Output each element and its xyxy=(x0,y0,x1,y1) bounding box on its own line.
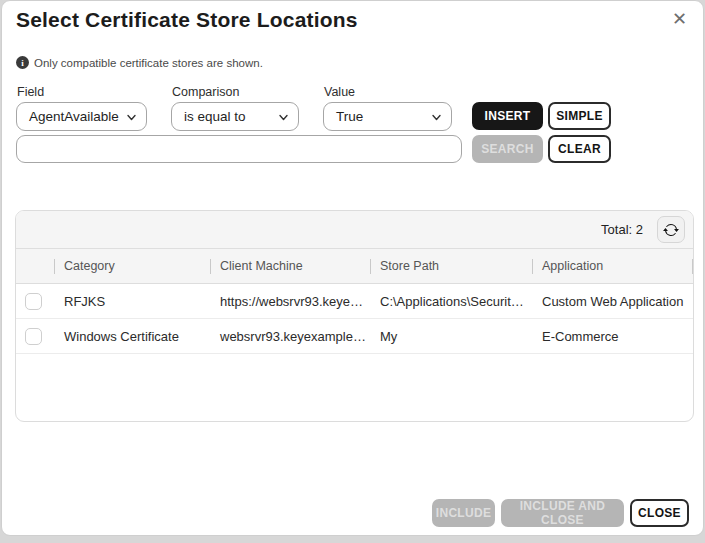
comparison-select-value: is equal to xyxy=(184,109,246,124)
comparison-label: Comparison xyxy=(172,85,239,99)
cell-store-path: C:\Applications\Securit… xyxy=(371,284,533,318)
table-row: Windows Certificate websrvr93.keyexample… xyxy=(16,319,693,354)
table-toolbar: Total: 2 xyxy=(16,211,693,249)
info-row: i Only compatible certificate stores are… xyxy=(16,56,263,69)
cell-store-path: My xyxy=(371,319,533,353)
refresh-button[interactable] xyxy=(657,216,685,243)
dialog-footer: INCLUDE INCLUDE AND CLOSE CLOSE xyxy=(432,499,689,527)
cell-client-machine: websrvr93.keyexample… xyxy=(211,319,371,353)
table-row: RFJKS https://websrvr93.keye… C:\Applica… xyxy=(16,284,693,319)
select-certificate-store-dialog: Select Certificate Store Locations ✕ i O… xyxy=(1,0,704,536)
column-header-client-machine[interactable]: Client Machine xyxy=(211,249,371,283)
cell-category: RFJKS xyxy=(55,284,211,318)
include-button[interactable]: INCLUDE xyxy=(432,499,495,527)
query-input[interactable] xyxy=(16,135,462,163)
value-select-value: True xyxy=(336,109,363,124)
row-checkbox[interactable] xyxy=(25,293,42,310)
info-text: Only compatible certificate stores are s… xyxy=(34,57,263,69)
cell-application: Custom Web Application xyxy=(533,284,693,318)
chevron-down-icon xyxy=(278,112,289,123)
field-select-value: AgentAvailable xyxy=(29,109,119,124)
field-select[interactable]: AgentAvailable xyxy=(16,102,147,131)
value-label: Value xyxy=(324,85,355,99)
field-label: Field xyxy=(17,85,44,99)
column-header-application[interactable]: Application xyxy=(533,249,693,283)
search-button[interactable]: SEARCH xyxy=(472,135,543,163)
include-and-close-button[interactable]: INCLUDE AND CLOSE xyxy=(501,499,624,527)
arrow-repeat-icon xyxy=(663,222,679,238)
simple-button[interactable]: SIMPLE xyxy=(548,102,611,130)
clear-button[interactable]: CLEAR xyxy=(548,135,611,163)
insert-button[interactable]: INSERT xyxy=(472,102,543,130)
filter-bar: Field AgentAvailable Comparison is equal… xyxy=(16,85,693,163)
chevron-down-icon xyxy=(126,112,137,123)
column-header-category[interactable]: Category xyxy=(55,249,211,283)
row-checkbox[interactable] xyxy=(25,328,42,345)
header-checkbox-spacer xyxy=(16,249,55,283)
chevron-down-icon xyxy=(431,112,442,123)
value-select[interactable]: True xyxy=(323,102,452,131)
cell-client-machine: https://websrvr93.keye… xyxy=(211,284,371,318)
results-table: Total: 2 Category Client Machine Store P… xyxy=(15,210,694,422)
total-count: Total: 2 xyxy=(601,222,643,237)
comparison-select[interactable]: is equal to xyxy=(171,102,299,131)
cell-category: Windows Certificate xyxy=(55,319,211,353)
column-header-store-path[interactable]: Store Path xyxy=(371,249,533,283)
close-icon[interactable]: ✕ xyxy=(668,7,691,31)
cell-application: E-Commerce xyxy=(533,319,693,353)
table-header-row: Category Client Machine Store Path Appli… xyxy=(16,249,693,284)
info-icon: i xyxy=(16,56,29,69)
close-button[interactable]: CLOSE xyxy=(630,499,689,527)
page-title: Select Certificate Store Locations xyxy=(16,8,358,32)
